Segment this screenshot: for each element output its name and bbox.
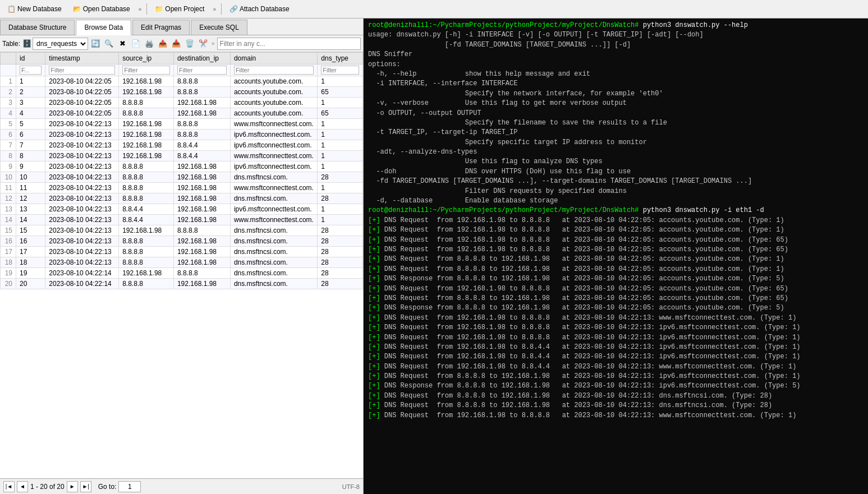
new-database-button[interactable]: 📋 New Database: [2, 3, 67, 15]
col-header-source-ip[interactable]: source_ip: [119, 53, 174, 64]
cell-id: 13: [16, 204, 45, 215]
filter-id-input[interactable]: [20, 66, 42, 75]
table-select[interactable]: dns_requests: [33, 38, 88, 50]
table-row[interactable]: 15152023-08-10 04:22:13192.168.1.988.8.8…: [1, 225, 363, 236]
table-row[interactable]: 16162023-08-10 04:22:138.8.8.8192.168.1.…: [1, 236, 363, 247]
filter-dest-ip-input[interactable]: [177, 66, 227, 75]
filter-button[interactable]: 🔍: [103, 38, 115, 50]
prev-page-button[interactable]: ◄: [17, 481, 28, 492]
cell-dns-type: 1: [318, 183, 363, 193]
terminal-dns-line: [+] DNS Request from 192.168.1.98 to 8.8…: [368, 216, 864, 225]
table-row[interactable]: 992023-08-10 04:22:138.8.8.8192.168.1.98…: [1, 161, 363, 172]
filter-id[interactable]: [16, 64, 45, 76]
cell-id: 12: [16, 193, 45, 204]
terminal-line: -o OUTPUT, --output OUTPUT: [368, 109, 864, 118]
cell-source-ip: 192.168.1.98: [119, 76, 174, 87]
col-header-id[interactable]: id: [16, 53, 45, 64]
cell-dns-type: 1: [318, 204, 363, 215]
open-database-button[interactable]: 📂 Open Database: [68, 3, 135, 15]
table-row[interactable]: 20202023-08-10 04:22:148.8.8.8192.168.1.…: [1, 279, 363, 289]
expand-table-toolbar[interactable]: »: [210, 39, 216, 48]
cell-dns-type: 1: [318, 161, 363, 172]
next-page-button[interactable]: ►: [67, 481, 78, 492]
table-row[interactable]: 552023-08-10 04:22:13192.168.1.988.8.8.8…: [1, 119, 363, 130]
cell-timestamp: 2023-08-10 04:22:13: [45, 236, 119, 247]
cell-destination-ip: 192.168.1.98: [173, 98, 230, 108]
table-row[interactable]: 13132023-08-10 04:22:138.8.4.4192.168.1.…: [1, 204, 363, 215]
tab-browse-data[interactable]: Browse Data: [76, 20, 131, 35]
table-row[interactable]: 12122023-08-10 04:22:138.8.8.8192.168.1.…: [1, 193, 363, 204]
attach-database-button[interactable]: 🔗 Attach Database: [224, 3, 295, 15]
clear-filter-button[interactable]: ✖: [116, 38, 128, 50]
col-header-domain[interactable]: domain: [230, 53, 317, 64]
cell-destination-ip: 8.8.8.8: [173, 87, 230, 98]
table-row[interactable]: 10102023-08-10 04:22:138.8.8.8192.168.1.…: [1, 172, 363, 183]
col-header-timestamp[interactable]: timestamp: [45, 53, 119, 64]
import-button[interactable]: 📥: [170, 38, 182, 50]
cell-domain: ipv6.msftconnecttest.com.: [230, 161, 317, 172]
table-row[interactable]: 14142023-08-10 04:22:138.8.4.4192.168.1.…: [1, 215, 363, 225]
table-row[interactable]: 662023-08-10 04:22:13192.168.1.988.8.8.8…: [1, 130, 363, 140]
tab-database-structure[interactable]: Database Structure: [0, 20, 75, 35]
terminal-line: --doh DNS over HTTPS (DoH) use this flag…: [368, 167, 864, 177]
terminal-line: options:: [368, 60, 864, 70]
cell-timestamp: 2023-08-10 04:22:13: [45, 130, 119, 140]
new-record-button[interactable]: 📄: [130, 38, 142, 50]
row-number: 18: [1, 257, 16, 268]
filter-domain[interactable]: [230, 64, 317, 76]
table-row[interactable]: 19192023-08-10 04:22:14192.168.1.988.8.8…: [1, 268, 363, 279]
tab-execute-sql[interactable]: Execute SQL: [191, 20, 247, 35]
filter-timestamp-input[interactable]: [49, 66, 115, 75]
row-number: 2: [1, 87, 16, 98]
col-header-destination-ip[interactable]: destination_ip: [173, 53, 230, 64]
last-page-button[interactable]: ►|: [80, 481, 91, 492]
col-header-dns-type[interactable]: dns_type: [318, 53, 363, 64]
cell-id: 10: [16, 172, 45, 183]
table-row[interactable]: 18182023-08-10 04:22:138.8.8.8192.168.1.…: [1, 257, 363, 268]
table-row[interactable]: 332023-08-10 04:22:058.8.8.8192.168.1.98…: [1, 98, 363, 108]
print-button[interactable]: 🖨️: [143, 38, 155, 50]
terminal-line: Filter DNS requests by specified domains: [368, 187, 864, 196]
row-number: 13: [1, 204, 16, 215]
filter-dns-type-input[interactable]: [321, 66, 359, 75]
tab-edit-pragmas[interactable]: Edit Pragmas: [132, 20, 190, 35]
first-page-button[interactable]: |◄: [3, 481, 15, 492]
row-number: 14: [1, 215, 16, 225]
open-project-button[interactable]: 📁 Open Project: [150, 3, 209, 15]
filter-destination-ip[interactable]: [173, 64, 230, 76]
expand-toolbar-1[interactable]: »: [136, 5, 144, 13]
table-icon: 🗄️: [22, 39, 31, 48]
cell-destination-ip: 192.168.1.98: [173, 193, 230, 204]
cell-destination-ip: 8.8.8.8: [173, 119, 230, 130]
terminal-panel[interactable]: root@denizhalil:~/PycharmProjects/python…: [364, 19, 868, 494]
refresh-button[interactable]: 🔄: [89, 38, 102, 50]
cell-id: 16: [16, 236, 45, 247]
delete-button[interactable]: 🗑️: [183, 38, 196, 50]
export-button[interactable]: 📤: [157, 38, 169, 50]
table-row[interactable]: 11112023-08-10 04:22:138.8.8.8192.168.1.…: [1, 183, 363, 193]
table-row[interactable]: 882023-08-10 04:22:13192.168.1.988.8.4.4…: [1, 151, 363, 161]
filter-source-ip[interactable]: [119, 64, 174, 76]
cell-id: 18: [16, 257, 45, 268]
move-button[interactable]: ✂️: [197, 38, 209, 50]
filter-timestamp[interactable]: [45, 64, 119, 76]
filter-domain-input[interactable]: [234, 66, 314, 75]
terminal-dns-line: [+] DNS Request from 8.8.8.8 to 192.168.…: [368, 255, 864, 264]
table-row[interactable]: 112023-08-10 04:22:05192.168.1.988.8.8.8…: [1, 76, 363, 87]
goto-input[interactable]: [118, 481, 141, 492]
filter-source-ip-input[interactable]: [122, 66, 170, 75]
table-row[interactable]: 442023-08-10 04:22:058.8.8.8192.168.1.98…: [1, 108, 363, 119]
cell-dns-type: 1: [318, 119, 363, 130]
cell-dns-type: 1: [318, 98, 363, 108]
row-number: 7: [1, 140, 16, 151]
expand-toolbar-2[interactable]: »: [210, 5, 218, 13]
search-input[interactable]: [217, 38, 361, 50]
table-row[interactable]: 17172023-08-10 04:22:138.8.8.8192.168.1.…: [1, 247, 363, 257]
cell-domain: dns.msftncsi.com.: [230, 193, 317, 204]
table-row[interactable]: 222023-08-10 04:22:05192.168.1.988.8.8.8…: [1, 87, 363, 98]
cell-domain: dns.msftncsi.com.: [230, 268, 317, 279]
cell-id: 20: [16, 279, 45, 289]
cell-timestamp: 2023-08-10 04:22:05: [45, 98, 119, 108]
table-row[interactable]: 772023-08-10 04:22:13192.168.1.988.8.4.4…: [1, 140, 363, 151]
filter-dns-type[interactable]: [318, 64, 363, 76]
